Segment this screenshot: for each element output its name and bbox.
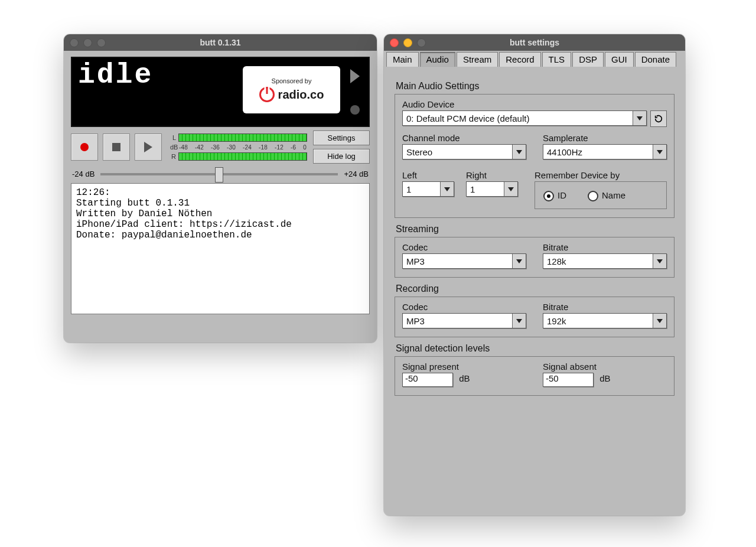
meter-db-label: dB [170, 144, 178, 151]
remember-device-group: ID Name [535, 181, 667, 209]
tab-donate[interactable]: Donate [635, 52, 676, 67]
traffic-lights-settings [384, 38, 426, 47]
remember-name-radio[interactable]: Name [588, 190, 625, 201]
tab-gui[interactable]: GUI [605, 52, 634, 67]
zoom-icon[interactable] [97, 38, 106, 47]
chevron-down-icon [440, 182, 454, 196]
record-icon [80, 143, 89, 151]
recording-bitrate-label: Bitrate [543, 302, 667, 312]
meter-right [178, 152, 307, 161]
settings-button[interactable]: Settings [313, 131, 370, 145]
close-icon[interactable] [70, 38, 79, 47]
streaming-codec-select[interactable]: MP3 [402, 253, 526, 269]
signal-present-label: Signal present [402, 362, 526, 372]
refresh-icon [654, 114, 663, 123]
right-channel-value: 1 [470, 184, 504, 194]
recording-bitrate-value: 192k [547, 316, 653, 326]
chevron-down-icon [504, 182, 517, 196]
chevron-down-icon [653, 314, 666, 328]
radio-icon [543, 191, 554, 201]
tab-stream[interactable]: Stream [457, 52, 498, 67]
sponsor-logo: radio.co [259, 87, 324, 102]
channel-mode-select[interactable]: Stereo [402, 144, 526, 159]
record-button[interactable] [71, 134, 98, 161]
recording-codec-label: Codec [402, 302, 526, 312]
minimize-icon[interactable] [403, 38, 412, 47]
chevron-down-icon [653, 254, 666, 268]
recording-title: Recording [396, 284, 674, 294]
stop-button[interactable] [103, 134, 130, 161]
remember-device-label: Remember Device by [535, 170, 667, 180]
status-dot-icon[interactable] [350, 105, 360, 115]
main-audio-title: Main Audio Settings [396, 81, 674, 92]
gain-max-label: +24 dB [344, 170, 369, 178]
streaming-bitrate-value: 128k [547, 256, 653, 266]
play-indicator-icon[interactable] [350, 69, 360, 83]
stop-icon [112, 143, 120, 151]
left-channel-value: 1 [406, 184, 440, 194]
lcd-status-text: idle [72, 58, 159, 126]
hide-log-button[interactable]: Hide log [313, 149, 370, 164]
refresh-devices-button[interactable] [650, 110, 667, 127]
left-channel-select[interactable]: 1 [402, 181, 454, 197]
power-icon [259, 87, 275, 102]
sponsor-box[interactable]: Sponsored by radio.co [243, 66, 340, 113]
main-audio-group: Audio Device 0: Default PCM device (defa… [395, 94, 674, 218]
tab-tls[interactable]: TLS [542, 52, 572, 67]
tab-main[interactable]: Main [386, 52, 419, 67]
main-window: butt 0.1.31 idle Sponsored by radio.co L… [64, 34, 377, 343]
meter-l-label: L [170, 134, 178, 141]
recording-bitrate-select[interactable]: 192k [543, 313, 667, 328]
gain-thumb[interactable] [215, 167, 223, 183]
remember-id-label: ID [558, 190, 566, 200]
streaming-group: Codec MP3 Bitrate 128k [395, 237, 674, 278]
signal-present-input[interactable]: -50 [402, 373, 453, 387]
chevron-down-icon [512, 314, 526, 328]
lcd-display: idle Sponsored by radio.co [71, 57, 370, 127]
right-channel-select[interactable]: 1 [466, 181, 518, 197]
play-icon [144, 142, 152, 152]
db-tick: -24 [243, 144, 252, 151]
channel-mode-label: Channel mode [402, 133, 526, 143]
samplerate-value: 44100Hz [547, 147, 653, 157]
audio-device-value: 0: Default PCM device (default) [406, 113, 633, 123]
meter-r-label: R [170, 153, 178, 160]
level-meters: L dB -48-42-36-30-24-18-12-60 R [170, 134, 307, 161]
recording-codec-select[interactable]: MP3 [402, 313, 526, 328]
streaming-codec-label: Codec [402, 242, 526, 252]
db-tick: -42 [195, 144, 204, 151]
streaming-title: Streaming [396, 224, 674, 235]
tab-dsp[interactable]: DSP [572, 52, 604, 67]
log-output[interactable]: 12:26: Starting butt 0.1.31 Written by D… [71, 183, 370, 314]
minimize-icon[interactable] [83, 38, 92, 47]
signal-absent-input[interactable]: -50 [543, 373, 594, 387]
db-tick: -6 [291, 144, 296, 151]
gain-slider[interactable] [100, 173, 338, 175]
gain-slider-row: -24 dB +24 dB [72, 170, 369, 178]
db-unit-2: dB [599, 373, 610, 383]
channel-mode-value: Stereo [406, 147, 512, 157]
tab-audio[interactable]: Audio [420, 52, 455, 67]
streaming-codec-value: MP3 [406, 256, 512, 266]
tab-record[interactable]: Record [499, 52, 540, 67]
streaming-bitrate-label: Bitrate [543, 242, 667, 252]
remember-id-radio[interactable]: ID [543, 190, 566, 201]
chevron-down-icon [633, 111, 646, 125]
zoom-icon[interactable] [417, 38, 426, 47]
chevron-down-icon [653, 145, 666, 159]
meter-left [178, 134, 307, 142]
audio-device-select[interactable]: 0: Default PCM device (default) [402, 110, 647, 126]
lcd-side-controls [345, 58, 365, 126]
signal-title: Signal detection levels [396, 343, 674, 354]
db-tick: -36 [211, 144, 220, 151]
play-button[interactable] [135, 134, 162, 161]
db-tick: -30 [227, 144, 236, 151]
close-icon[interactable] [390, 38, 399, 47]
sponsor-name: radio.co [278, 88, 324, 102]
left-channel-label: Left [402, 170, 454, 180]
recording-group: Codec MP3 Bitrate 192k [395, 297, 674, 337]
samplerate-select[interactable]: 44100Hz [543, 144, 667, 159]
streaming-bitrate-select[interactable]: 128k [543, 253, 667, 269]
gain-min-label: -24 dB [72, 170, 94, 178]
db-tick: -12 [275, 144, 284, 151]
